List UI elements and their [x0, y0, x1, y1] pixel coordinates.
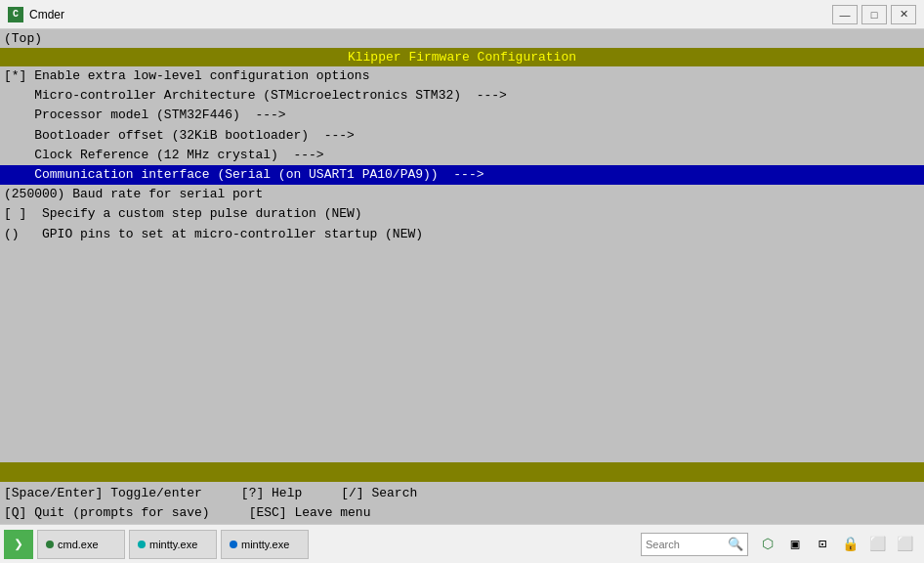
menu-line-7[interactable]: [ ] Specify a custom step pulse duration…	[0, 204, 924, 224]
window-controls: — □ ✕	[832, 5, 916, 24]
menu-line-4[interactable]: Clock Reference (12 MHz crystal) --->	[0, 146, 924, 165]
tray-area: ⬡ ▣ ⊡ 🔒 ⬜ ⬜	[752, 533, 920, 556]
maximize-button[interactable]: □	[861, 5, 887, 24]
cmd-label: cmd.exe	[58, 539, 99, 550]
bottom-status-bar	[0, 462, 924, 482]
menu-line-3[interactable]: Bootloader offset (32KiB bootloader) ---…	[0, 126, 924, 146]
mintty2-label: mintty.exe	[241, 539, 289, 550]
hint-help: [?] Help	[241, 484, 302, 503]
menu-area: [*] Enable extra low-level configuration…	[0, 66, 924, 462]
start-button[interactable]: ❯	[4, 530, 33, 559]
title-bar: C Cmder — □ ✕	[0, 0, 924, 29]
menu-line-0[interactable]: [*] Enable extra low-level configuration…	[0, 66, 924, 86]
terminal-wrapper: (Top) Klipper Firmware Configuration [*]…	[0, 29, 924, 524]
top-label: (Top)	[0, 29, 924, 48]
menu-line-6[interactable]: (250000) Baud rate for serial port	[0, 185, 924, 204]
tray-icon-2[interactable]: ▣	[783, 533, 807, 556]
menu-line-1[interactable]: Micro-controller Architecture (STMicroel…	[0, 86, 924, 106]
key-hints: [Space/Enter] Toggle/enter [?] Help [/] …	[0, 482, 924, 524]
menu-line-8[interactable]: () GPIO pins to set at micro-controller …	[0, 225, 924, 244]
tray-icon-5[interactable]: ⬜	[893, 533, 916, 556]
taskbar-item-mintty1[interactable]: mintty.exe	[129, 530, 217, 559]
mintty2-dot	[230, 541, 237, 548]
search-icon: 🔍	[728, 537, 743, 552]
search-box[interactable]: 🔍	[641, 533, 748, 556]
hint-toggle: [Space/Enter] Toggle/enter	[4, 484, 202, 503]
taskbar-item-mintty2[interactable]: mintty.exe	[221, 530, 309, 559]
cmd-dot	[46, 541, 54, 548]
window-title: Cmder	[29, 8, 832, 22]
app-icon: C	[8, 7, 23, 22]
mintty1-label: mintty.exe	[149, 539, 197, 550]
hint-row-1: [Space/Enter] Toggle/enter [?] Help [/] …	[4, 484, 920, 503]
mintty1-dot	[138, 541, 146, 548]
hint-search: [/] Search	[341, 484, 417, 503]
klipper-title: Klipper Firmware Configuration	[0, 48, 924, 66]
minimize-button[interactable]: —	[832, 5, 858, 24]
hint-row-2: [Q] Quit (prompts for save) [ESC] Leave …	[4, 503, 920, 523]
menu-line-2[interactable]: Processor model (STM32F446) --->	[0, 106, 924, 125]
tray-icon-3[interactable]: ⊡	[811, 533, 834, 556]
tray-icon-lock[interactable]: 🔒	[838, 533, 861, 556]
hint-quit: [Q] Quit (prompts for save)	[4, 503, 210, 523]
taskbar-item-cmd[interactable]: cmd.exe	[37, 530, 125, 559]
taskbar: ❯ cmd.exe mintty.exe mintty.exe 🔍 ⬡ ▣ ⊡ …	[0, 524, 924, 563]
close-button[interactable]: ✕	[891, 5, 916, 24]
hint-esc: [ESC] Leave menu	[249, 503, 371, 523]
tray-icon-4[interactable]: ⬜	[865, 533, 889, 556]
tray-icon-1[interactable]: ⬡	[756, 533, 779, 556]
klipper-container: (Top) Klipper Firmware Configuration [*]…	[0, 29, 924, 462]
menu-line-5[interactable]: Communication interface (Serial (on USAR…	[0, 165, 924, 185]
search-input[interactable]	[646, 539, 724, 550]
